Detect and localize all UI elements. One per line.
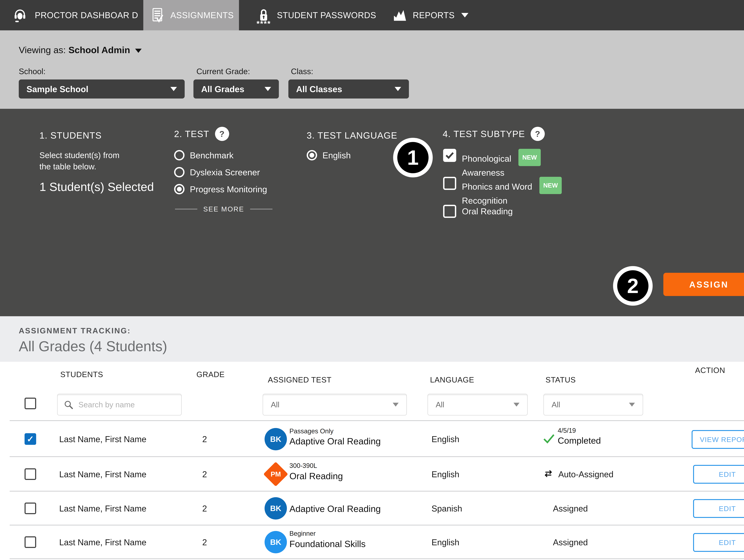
chevron-down-icon [265, 87, 271, 91]
step-subtype-title: 4. TEST SUBTYPE ? [443, 127, 545, 141]
radio-selected-icon [174, 184, 185, 194]
viewing-as-control[interactable]: Viewing as: School Admin [19, 45, 142, 55]
tab-assignments[interactable]: ASSIGNMENTS [143, 0, 239, 30]
current-grade-label: Current Grade: [196, 67, 250, 76]
col-header-action: ACTION [695, 366, 725, 375]
radio-dyslexia-screener[interactable]: Dyslexia Screener [174, 167, 267, 177]
checkbox-phonics-word-recognition[interactable]: Phonics and WordNEW Recognition [443, 177, 562, 207]
search-icon [64, 400, 73, 410]
test-level: Passages Only [289, 427, 333, 435]
password-stars: **** [257, 22, 271, 26]
test-level: Beginner [289, 530, 315, 537]
see-more-link[interactable]: SEE MORE [175, 205, 272, 213]
search-input[interactable] [78, 400, 171, 409]
student-name: Last Name, First Name [59, 434, 146, 444]
row-divider [10, 456, 744, 457]
class-dropdown-value: All Classes [296, 84, 395, 94]
assignment-tracking-label: ASSIGNMENT TRACKING: [19, 326, 131, 335]
class-dropdown[interactable]: All Classes [288, 79, 409, 99]
select-all-checkbox[interactable] [25, 398, 36, 409]
checkbox-unchecked-icon [443, 205, 456, 218]
assigned-test-filter-dropdown[interactable]: All [263, 394, 407, 415]
divider-line [175, 209, 197, 210]
radio-english[interactable]: English [307, 150, 351, 160]
chevron-down-icon [393, 403, 399, 407]
assignment-tracking-title: All Grades (4 Students) [19, 338, 167, 354]
radio-benchmark[interactable]: Benchmark [174, 150, 267, 160]
test-name: Oral Reading [289, 471, 343, 481]
row-checkbox[interactable] [25, 468, 36, 480]
top-nav: PROCTOR DASHBOAR D ASSIGNMENTS [0, 0, 744, 30]
tab-label: PROCTOR DASHBOAR D [35, 10, 138, 20]
grade-dropdown-value: All Grades [201, 84, 265, 94]
chevron-down-icon [461, 13, 469, 17]
tab-student-passwords[interactable]: **** STUDENT PASSWORDS [239, 0, 389, 30]
test-type-badge-pm: PM [263, 462, 288, 487]
row-checkbox[interactable] [25, 536, 36, 548]
help-icon[interactable]: ? [531, 127, 545, 141]
language-options: English [307, 150, 351, 167]
student-name: Last Name, First Name [59, 537, 146, 547]
step-test-title: 2. TEST ? [174, 127, 229, 141]
row-checkbox-checked[interactable]: ✓ [25, 433, 36, 445]
radio-selected-icon [307, 150, 317, 160]
grade-value: 2 [196, 503, 214, 514]
viewing-as-value: School Admin [69, 45, 130, 55]
auto-assigned-repeat-icon [544, 469, 553, 478]
row-divider [10, 558, 744, 559]
test-name: Adaptive Oral Reading [289, 503, 381, 514]
proctor-headset-icon [12, 8, 27, 23]
row-checkbox[interactable] [25, 502, 36, 514]
col-header-students: STUDENTS [60, 370, 103, 379]
view-report-button[interactable]: VIEW REPORT [692, 430, 744, 449]
grade-dropdown[interactable]: All Grades [193, 79, 279, 99]
chevron-down-icon [135, 49, 142, 53]
chevron-down-icon [629, 403, 635, 407]
test-options: Benchmark Dyslexia Screener Progress Mon… [174, 150, 267, 201]
assign-button[interactable]: ASSIGN [663, 273, 744, 296]
radio-progress-monitoring[interactable]: Progress Monitoring [174, 184, 267, 194]
proctor-dashboard-page: PROCTOR DASHBOAR D ASSIGNMENTS [0, 0, 744, 560]
tab-label: STUDENT PASSWORDS [277, 10, 376, 20]
tab-label: ASSIGNMENTS [171, 10, 234, 20]
student-name: Last Name, First Name [59, 503, 146, 514]
step-students-title: 1. STUDENTS [39, 130, 102, 141]
step-number-badge-2: 2 [613, 266, 653, 306]
school-label: School: [19, 67, 45, 76]
col-header-language: LANGUAGE [430, 375, 474, 384]
help-icon[interactable]: ? [215, 127, 229, 141]
test-name: Adaptive Oral Reading [289, 436, 381, 446]
class-label: Class: [291, 67, 313, 76]
checkbox-oral-reading[interactable]: Oral Reading [443, 205, 513, 218]
language-value: English [432, 434, 459, 444]
tab-proctor-dashboard[interactable]: PROCTOR DASHBOAR D [0, 0, 143, 30]
checkbox-unchecked-icon [443, 177, 456, 190]
chevron-down-icon [395, 87, 401, 91]
edit-button[interactable]: EDIT [693, 499, 744, 518]
lock-icon: **** [257, 8, 271, 26]
edit-button[interactable]: EDIT [693, 465, 744, 484]
chevron-down-icon [514, 403, 519, 407]
search-box [57, 394, 182, 415]
chevron-down-icon [171, 87, 177, 91]
radio-icon [174, 150, 185, 160]
grade-value: 2 [196, 434, 214, 444]
step-number-badge-1: 1 [393, 138, 433, 177]
status-value: Auto-Assigned [558, 470, 613, 479]
test-type-badge-bk: BK [265, 428, 287, 450]
checkbox-phonological-awareness[interactable]: PhonologicalNEW Awareness [443, 149, 541, 179]
status-value: Assigned [553, 503, 588, 514]
tab-label: REPORTS [413, 10, 455, 20]
row-divider [10, 420, 744, 421]
row-divider [10, 491, 744, 491]
col-header-assigned-test: ASSIGNED TEST [268, 375, 332, 384]
status-filter-dropdown[interactable]: All [544, 394, 643, 415]
language-filter-dropdown[interactable]: All [427, 394, 528, 415]
reports-chart-icon [393, 8, 407, 22]
assignments-icon [151, 7, 164, 23]
new-badge: NEW [518, 149, 541, 166]
student-name: Last Name, First Name [59, 470, 146, 479]
edit-button[interactable]: EDIT [693, 533, 744, 552]
school-dropdown[interactable]: Sample School [19, 79, 185, 99]
tab-reports[interactable]: REPORTS [389, 0, 469, 30]
